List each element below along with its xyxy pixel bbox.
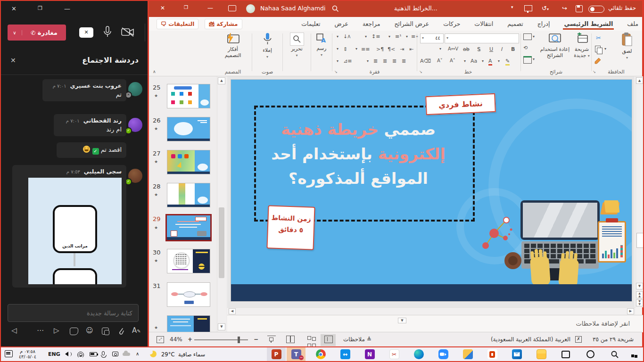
microphone-icon[interactable] [102,25,113,39]
action-center-icon[interactable] [5,350,13,357]
ppt-restore-icon[interactable]: ❐ [184,5,188,10]
zoom-level[interactable]: 44% [170,336,182,343]
dropdown-icon[interactable]: ▾ [337,47,339,51]
close-chat-icon[interactable]: ✕ [10,57,16,64]
tab-view[interactable]: عرض [333,18,349,29]
chat-message[interactable]: عروب بنت عسيري ٧:٠١ م تم [42,79,126,101]
dropdown-icon[interactable]: ▾ [533,34,535,39]
align-text-icon[interactable]: ⇕ [343,46,347,52]
slide-thumbnail-25[interactable] [167,84,210,108]
taskbar-office[interactable] [483,347,502,361]
tab-file[interactable]: ملف [626,18,639,29]
format-icon[interactable]: A✎ [132,326,141,335]
fit-slide-icon[interactable]: ⤢ [157,336,164,343]
sticker-icon[interactable] [70,328,78,335]
next-slide-icon[interactable]: ▼▼ [636,299,643,306]
slide-thumbnail-29-selected[interactable] [165,214,212,241]
increase-indent-icon[interactable]: ⇥ [400,46,404,52]
start-slideshow-icon[interactable] [524,5,532,11]
activity-badge[interactable]: نشاط فردي [425,93,496,115]
ppt-close-icon[interactable]: ✕ [160,5,165,11]
decrease-indent-icon[interactable]: ⇤ [409,46,413,52]
slide-thumbnail-32[interactable] [167,315,210,332]
weather-desc[interactable]: سماء صافية [178,351,205,358]
teams-close-icon[interactable]: ✕ [11,5,17,12]
taskbar-snippingtool[interactable]: ✂ [385,347,404,361]
text-direction-icon[interactable]: ↓A [343,33,350,40]
wifi-icon[interactable] [77,352,84,357]
dropdown-icon[interactable]: ▾ [533,57,535,61]
presenter-window-icon[interactable] [228,5,236,11]
text-shadow-icon[interactable]: S [477,46,480,52]
mic-tray-icon[interactable] [102,351,105,355]
chat-message[interactable]: اقصد تم ✓ [57,142,126,158]
copy-icon[interactable] [595,46,601,52]
design-ideas-button[interactable]: أفكارالتصميم [215,33,250,58]
dropdown-icon[interactable]: ▾ [355,47,357,51]
stop-sharing-icon[interactable]: ✕ [79,27,93,38]
taskbar-teams[interactable]: T − [287,347,305,361]
zoom-slider-thumb[interactable] [238,337,240,343]
account-avatar[interactable] [246,4,255,13]
decrease-font-icon[interactable]: A˅ [437,58,443,63]
smartart-icon[interactable]: ⊿≡ [343,58,352,64]
format-painter-icon[interactable] [594,57,603,65]
columns-icon[interactable]: ≡≡ [361,46,370,52]
dropdown-icon[interactable]: ▾ [482,59,484,63]
clock[interactable]: ٠٧:٥٨ م٤٣/٠٥/٠٤ [19,349,36,359]
tab-design[interactable]: تصميم [506,18,524,29]
dropdown-icon[interactable]: ▾ [498,59,500,63]
highlight-icon[interactable]: ✎ [505,58,510,66]
scrollbar-thumb[interactable] [219,207,224,278]
dropdown-icon[interactable]: ▾ [388,34,390,39]
account-name[interactable]: Nahaa Saad Alghamdi [260,5,326,12]
ltr-paragraph-icon[interactable]: >¶ [376,46,384,52]
search-icon[interactable] [332,5,339,12]
notes-options-icon[interactable]: ▼ [398,318,406,323]
taskbar-file-explorer[interactable] [532,347,551,361]
notes-placeholder[interactable]: انقر لإضافة ملاحظات [576,320,630,327]
slide-horizontal-scrollbar[interactable]: ◀ ▶ [227,307,636,315]
battery-icon[interactable] [90,352,97,356]
language-indicator[interactable]: ENG [48,351,60,357]
show-hidden-icons-chevron[interactable]: ∧ [136,351,139,356]
normal-view-icon[interactable] [324,336,333,343]
language-status[interactable]: العربية (المملكة العربية السعودية) [491,336,570,343]
slide-thumbnail-28[interactable] [167,183,210,207]
editing-button[interactable]: تحرير▾ [284,33,310,58]
more-options-icon[interactable]: ⋯ [37,326,44,335]
cut-icon[interactable]: ✂ [596,34,601,41]
justify-icon[interactable]: ≣ [373,58,378,64]
layout-icon[interactable] [523,33,532,40]
leave-options-chevron-icon[interactable]: ∨ [8,30,22,35]
tab-slideshow[interactable]: عرض الشرائح [393,18,430,29]
stream-icon[interactable]: ▷ [54,326,59,335]
taskbar-zoom[interactable] [434,347,453,361]
share-button[interactable]: 🖄 مشاركة [205,19,242,29]
camera-tray-icon[interactable] [112,352,118,356]
taskbar-mail[interactable] [507,347,526,361]
dropdown-icon[interactable]: ▾ [446,36,448,40]
autosave-toggle[interactable] [588,6,604,13]
activity-timer-box[interactable]: زمن النشاط ٥ دقائق [266,205,315,250]
loop-component-icon[interactable] [102,328,109,335]
quick-access-chevron-icon[interactable]: ▾ [511,5,513,9]
taskbar-start[interactable] [625,347,644,361]
font-name-combo[interactable]: ▾ [445,33,519,43]
slide-title-text[interactable]: صممي خريطة ذهنية إلكترونية بإستخدام أحد … [258,117,458,191]
ppt-minimize-icon[interactable]: — [207,5,213,11]
font-size-combo[interactable]: ▾ ٤٤ [420,33,444,43]
strikethrough-icon[interactable]: ab [463,46,470,52]
comments-button[interactable]: 🗨 التعليقات [157,19,198,29]
teams-maximize-icon[interactable]: ❐ [38,5,42,11]
reset-slide-icon[interactable]: ⟲ [523,45,528,51]
slide-vertical-scrollbar[interactable]: ▲ ▼ ▲▲ ▼▼ [636,76,644,307]
character-spacing-icon[interactable]: A↔V [448,46,458,51]
tab-review[interactable]: مراجعة [362,18,381,29]
scroll-up-icon[interactable]: ▲ [218,77,225,84]
section-icon[interactable] [523,56,532,64]
bullets-icon[interactable]: ≡• [411,33,419,40]
scroll-left-icon[interactable]: ◀ [229,308,236,314]
taskbar-edge[interactable] [409,347,428,361]
draw-button[interactable]: A رسم▾ [312,33,331,58]
